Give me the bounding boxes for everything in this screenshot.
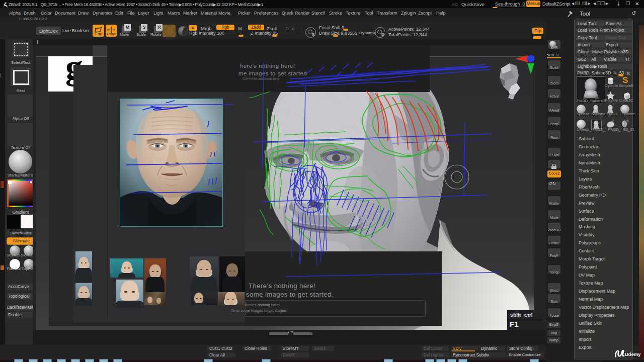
svg-text:Udemy: Udemy (625, 351, 641, 357)
